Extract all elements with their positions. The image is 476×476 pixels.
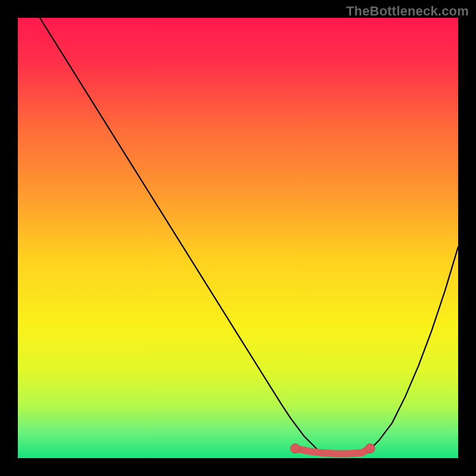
watermark-label: TheBottleneck.com: [346, 4, 469, 19]
bottleneck-chart: [18, 18, 458, 458]
highlight-dot: [290, 444, 300, 453]
highlight-dot: [365, 444, 375, 453]
gradient-background: [18, 18, 458, 458]
plot-area: [18, 18, 458, 458]
chart-frame: TheBottleneck.com: [0, 0, 476, 476]
